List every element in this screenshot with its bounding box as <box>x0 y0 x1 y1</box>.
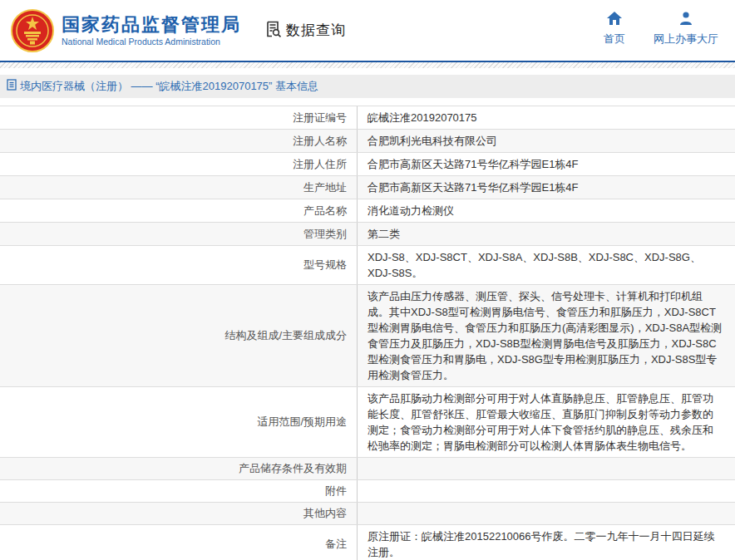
row-value-text: 原注册证：皖械注准20152210066号作废。二零一九年十一月十四日延续注册。 <box>368 530 715 558</box>
row-value: 皖械注准20192070175 <box>358 106 735 129</box>
row-value-text: 皖械注准20192070175 <box>368 111 477 124</box>
agency-name-zh: 国家药品监督管理局 <box>62 14 241 36</box>
nav-service-hall[interactable]: 网上办事大厅 <box>654 12 718 47</box>
row-value: 消化道动力检测仪 <box>358 199 735 222</box>
national-emblem-logo <box>11 9 54 52</box>
row-label: 附件 <box>0 480 358 502</box>
table-row: 注册人名称合肥凯利光电科技有限公司 <box>0 130 735 153</box>
nav-home[interactable]: 首页 <box>604 12 625 47</box>
row-value <box>358 503 735 524</box>
row-value: 该产品由压力传感器、测压管、探头、信号处理卡、计算机和打印机组成。其中XDJ-S… <box>358 285 735 386</box>
row-value: 合肥凯利光电科技有限公司 <box>358 130 735 152</box>
row-label: 适用范围/预期用途 <box>0 387 358 457</box>
row-label-text: 附件 <box>325 484 347 499</box>
header-hatch-divider <box>0 62 735 68</box>
person-icon <box>678 12 693 28</box>
row-label-text: 结构及组成/主要组成成分 <box>224 328 347 343</box>
row-value-text: 合肥市高新区天达路71号华亿科学园E1栋4F <box>368 181 579 194</box>
row-label-text: 生产地址 <box>303 180 347 195</box>
nav-home-label: 首页 <box>604 32 625 47</box>
row-label: 管理类别 <box>0 223 358 245</box>
row-label-text: 注册人名称 <box>293 134 347 149</box>
row-label: 生产地址 <box>0 176 358 199</box>
row-value: 原注册证：皖械注准20152210066号作废。二零一九年十一月十四日延续注册。 <box>358 525 735 560</box>
row-label-text: 备注 <box>325 537 347 552</box>
info-table: 注册证编号皖械注准20192070175注册人名称合肥凯利光电科技有限公司注册人… <box>0 106 735 560</box>
row-label-text: 产品储存条件及有效期 <box>239 461 347 476</box>
row-label: 备注 <box>0 525 358 560</box>
table-row: 注册人住所合肥市高新区天达路71号华亿科学园E1栋4F <box>0 153 735 176</box>
row-label: 产品名称 <box>0 199 358 222</box>
breadcrumb-text: 境内医疗器械（注册） —— “皖械注准20192070175” 基本信息 <box>20 79 318 94</box>
row-label: 其他内容 <box>0 503 358 524</box>
row-label: 注册人住所 <box>0 153 358 175</box>
table-row: 备注原注册证：皖械注准20152210066号作废。二零一九年十一月十四日延续注… <box>0 525 735 560</box>
data-query-label: 数据查询 <box>286 21 346 40</box>
table-row: 注册证编号皖械注准20192070175 <box>0 106 735 130</box>
row-label: 产品储存条件及有效期 <box>0 458 358 479</box>
row-value: 第二类 <box>358 223 735 245</box>
table-row: 其他内容 <box>0 503 735 525</box>
row-value-text: 合肥凯利光电科技有限公司 <box>368 135 497 147</box>
row-value <box>358 458 735 479</box>
table-row: 结构及组成/主要组成成分该产品由压力传感器、测压管、探头、信号处理卡、计算机和打… <box>0 285 735 387</box>
table-row: 附件 <box>0 480 735 503</box>
row-label: 型号规格 <box>0 246 358 284</box>
row-value-text: XDJ-S8、XDJ-S8CT、XDJ-S8A、XDJ-S8B、XDJ-S8C、… <box>368 251 701 279</box>
top-nav: 首页 网上办事大厅 <box>604 12 718 47</box>
row-value-text: 第二类 <box>368 228 400 240</box>
row-value: 该产品肛肠动力检测部分可用于对人体直肠静息压、肛管静息压、肛管功能长度、肛管舒张… <box>358 387 735 457</box>
row-label-text: 其他内容 <box>303 506 347 521</box>
row-label: 注册人名称 <box>0 130 358 152</box>
row-label-text: 适用范围/预期用途 <box>257 415 347 430</box>
row-label-text: 型号规格 <box>303 258 347 273</box>
row-value-text: 该产品肛肠动力检测部分可用于对人体直肠静息压、肛管静息压、肛管功能长度、肛管舒张… <box>368 392 713 452</box>
table-row: 产品名称消化道动力检测仪 <box>0 199 735 223</box>
table-row: 管理类别第二类 <box>0 223 735 246</box>
row-label-text: 产品名称 <box>303 204 347 219</box>
row-label: 注册证编号 <box>0 106 358 129</box>
row-label-text: 注册人住所 <box>293 157 347 172</box>
table-row: 型号规格XDJ-S8、XDJ-S8CT、XDJ-S8A、XDJ-S8B、XDJ-… <box>0 246 735 285</box>
table-row: 生产地址合肥市高新区天达路71号华亿科学园E1栋4F <box>0 176 735 199</box>
row-label: 结构及组成/主要组成成分 <box>0 285 358 386</box>
row-label-text: 管理类别 <box>303 227 347 242</box>
agency-name-en: National Medical Products Administration <box>62 36 241 47</box>
nav-service-hall-label: 网上办事大厅 <box>654 32 718 47</box>
row-value: XDJ-S8、XDJ-S8CT、XDJ-S8A、XDJ-S8B、XDJ-S8C、… <box>358 246 735 284</box>
site-header: 国家药品监督管理局 National Medical Products Admi… <box>0 0 735 62</box>
agency-title-block: 国家药品监督管理局 National Medical Products Admi… <box>62 14 241 47</box>
document-icon <box>7 79 17 94</box>
row-label-text: 注册证编号 <box>293 111 347 125</box>
row-value: 合肥市高新区天达路71号华亿科学园E1栋4F <box>358 153 735 175</box>
row-value: 合肥市高新区天达路71号华亿科学园E1栋4F <box>358 176 735 199</box>
breadcrumb: 境内医疗器械（注册） —— “皖械注准20192070175” 基本信息 <box>0 75 735 98</box>
table-row: 产品储存条件及有效期 <box>0 458 735 480</box>
row-value-text: 消化道动力检测仪 <box>368 204 454 217</box>
document-search-icon <box>264 20 283 42</box>
page: 国家药品监督管理局 National Medical Products Admi… <box>0 0 735 560</box>
row-value-text: 该产品由压力传感器、测压管、探头、信号处理卡、计算机和打印机组成。其中XDJ-S… <box>368 290 722 381</box>
row-value <box>358 480 735 502</box>
table-row: 适用范围/预期用途该产品肛肠动力检测部分可用于对人体直肠静息压、肛管静息压、肛管… <box>0 387 735 458</box>
row-value-text: 合肥市高新区天达路71号华亿科学园E1栋4F <box>368 158 579 170</box>
home-icon <box>607 12 622 28</box>
data-query-link[interactable]: 数据查询 <box>264 20 346 42</box>
